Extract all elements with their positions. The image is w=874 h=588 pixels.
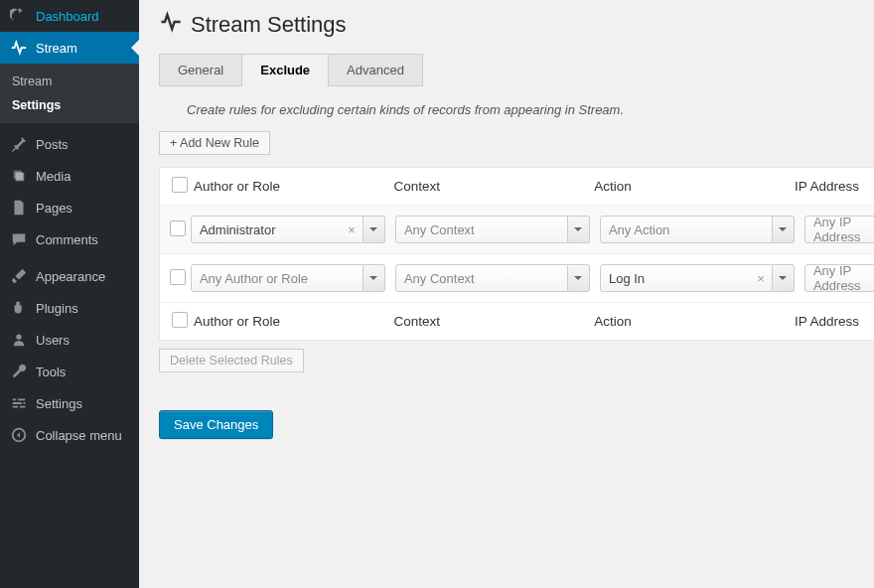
action-select[interactable]: Log In × (600, 263, 795, 293)
page-title-text: Stream Settings (191, 12, 347, 38)
tabbar: General Exclude Advanced (159, 54, 874, 86)
clear-icon[interactable]: × (757, 271, 765, 286)
sidebar-item-label: Posts (36, 137, 69, 152)
sidebar-submenu: Stream Settings (0, 64, 139, 123)
action-select-value: Log In (600, 264, 773, 292)
chevron-down-icon[interactable] (364, 264, 385, 292)
sidebar-item-label: Collapse menu (36, 428, 122, 443)
select-all-checkbox[interactable] (172, 177, 188, 193)
page-icon (10, 199, 28, 217)
sidebar-item-tools[interactable]: Tools (0, 356, 139, 387)
sidebar-item-pages[interactable]: Pages (0, 192, 139, 223)
sidebar-item-dashboard[interactable]: Dashboard (0, 0, 139, 32)
pin-icon (10, 135, 28, 153)
tab-general[interactable]: General (159, 54, 242, 86)
sidebar-sub-stream[interactable]: Stream (0, 70, 139, 93)
col-context: Context (394, 179, 595, 194)
sidebar-item-label: Users (36, 333, 70, 348)
chevron-down-icon[interactable] (773, 264, 795, 292)
col-ip: IP Address (795, 314, 874, 329)
author-select-placeholder: Any Author or Role (191, 264, 364, 292)
table-header-row: Author or Role Context Action IP Address (160, 168, 874, 206)
author-select[interactable]: Any Author or Role (191, 263, 385, 293)
ip-select[interactable]: Any IP Address (804, 264, 874, 292)
sidebar-item-comments[interactable]: Comments (0, 223, 139, 255)
sidebar-sub-settings[interactable]: Settings (0, 93, 139, 117)
chevron-down-icon[interactable] (364, 216, 385, 243)
comment-icon (10, 230, 28, 248)
sidebar-item-plugins[interactable]: Plugins (0, 292, 139, 324)
action-select-placeholder: Any Action (600, 216, 773, 243)
user-icon (10, 331, 28, 349)
brush-icon (10, 267, 28, 285)
col-action: Action (594, 179, 795, 194)
rules-table: Author or Role Context Action IP Address… (159, 167, 874, 341)
context-select[interactable]: Any Context (395, 263, 590, 293)
sidebar-item-stream[interactable]: Stream (0, 32, 139, 64)
sidebar-item-label: Media (36, 169, 71, 184)
page-title: Stream Settings (159, 6, 874, 54)
add-rule-button[interactable]: + Add New Rule (159, 131, 270, 155)
row-checkbox[interactable] (170, 220, 186, 236)
sidebar-item-label: Tools (36, 365, 66, 379)
tab-exclude[interactable]: Exclude (241, 54, 329, 86)
col-context: Context (394, 314, 595, 329)
sidebar-item-label: Comments (36, 232, 98, 247)
sidebar-item-label: Settings (36, 396, 82, 411)
select-all-checkbox[interactable] (172, 312, 188, 328)
col-ip: IP Address (795, 179, 874, 194)
delete-selected-button[interactable]: Delete Selected Rules (159, 349, 304, 372)
gauge-icon (10, 7, 28, 25)
pulse-icon (159, 10, 183, 40)
clear-icon[interactable]: × (348, 222, 356, 237)
sidebar-item-label: Appearance (36, 269, 105, 284)
sidebar-item-users[interactable]: Users (0, 324, 139, 356)
table-footer-row: Author or Role Context Action IP Address (160, 303, 874, 340)
chevron-down-icon[interactable] (568, 264, 590, 292)
sidebar-item-settings[interactable]: Settings (0, 387, 139, 419)
sidebar-item-label: Stream (36, 41, 77, 56)
sidebar-collapse[interactable]: Collapse menu (0, 419, 139, 451)
col-author: Author or Role (194, 179, 394, 194)
chevron-down-icon[interactable] (568, 216, 590, 243)
context-select-placeholder: Any Context (395, 264, 568, 292)
row-checkbox[interactable] (170, 269, 186, 285)
col-author: Author or Role (194, 314, 394, 329)
pulse-icon (10, 39, 28, 57)
collapse-icon (10, 426, 28, 444)
sidebar-item-label: Dashboard (36, 9, 99, 24)
sidebar-item-label: Pages (36, 201, 73, 216)
sidebar-item-label: Plugins (36, 301, 78, 316)
context-select-placeholder: Any Context (395, 216, 568, 243)
help-text: Create rules for excluding certain kinds… (187, 102, 874, 117)
sidebar-item-media[interactable]: Media (0, 160, 139, 192)
plug-icon (10, 299, 28, 317)
context-select[interactable]: Any Context (395, 215, 590, 244)
save-changes-button[interactable]: Save Changes (159, 410, 273, 439)
chevron-down-icon[interactable] (773, 216, 795, 243)
wrench-icon (10, 363, 28, 380)
ip-select[interactable]: Any IP Address (804, 216, 874, 243)
rule-row: Any Author or Role Any Context Log In (160, 254, 874, 303)
author-select[interactable]: Administrator × (191, 215, 385, 244)
sliders-icon (10, 394, 28, 412)
author-select-value: Administrator (191, 216, 364, 243)
sidebar-item-posts[interactable]: Posts (0, 128, 139, 160)
admin-sidebar: Dashboard Stream Stream Settings Posts M… (0, 0, 139, 588)
col-action: Action (594, 314, 795, 329)
tab-advanced[interactable]: Advanced (328, 54, 423, 86)
action-select[interactable]: Any Action (600, 215, 795, 244)
rule-row: Administrator × Any Context Any Acti (160, 206, 874, 254)
sidebar-item-appearance[interactable]: Appearance (0, 260, 139, 292)
media-icon (10, 167, 28, 185)
svg-point-0 (16, 335, 21, 340)
main-content: Stream Settings General Exclude Advanced… (139, 0, 874, 588)
